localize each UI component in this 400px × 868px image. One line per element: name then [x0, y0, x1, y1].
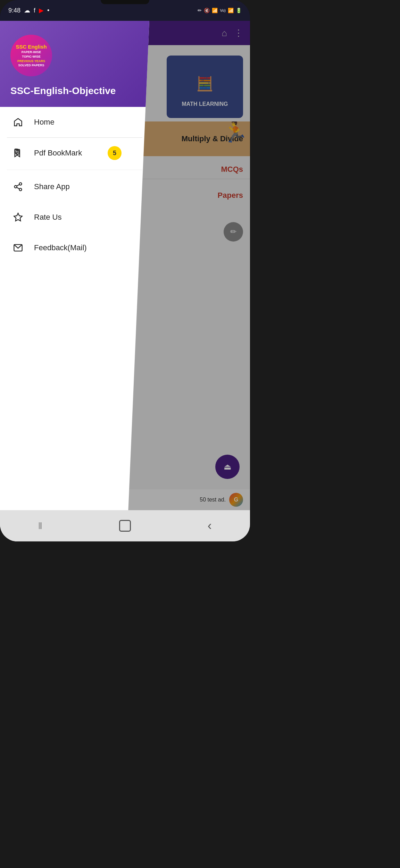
- back-button[interactable]: ‹: [208, 519, 212, 533]
- svg-point-4: [19, 188, 22, 191]
- share-menu-icon: [10, 179, 26, 194]
- menu-item-rate-us[interactable]: Rate Us: [0, 202, 149, 233]
- status-bar-left: 9:48 ☁ f ▶ •: [8, 7, 49, 14]
- bookmark-menu-icon: [10, 145, 26, 161]
- star-menu-icon: [10, 210, 26, 225]
- logo-line1: PAPER-WISE: [22, 50, 41, 54]
- svg-point-3: [15, 186, 17, 188]
- share-app-label: Share App: [34, 182, 70, 191]
- feedback-label: Feedback(Mail): [34, 243, 87, 252]
- recent-apps-button[interactable]: ⦀: [38, 520, 42, 532]
- home-label: Home: [34, 118, 55, 127]
- pdf-bookmark-label: Pdf BookMark: [34, 149, 82, 158]
- time-display: 9:48: [8, 7, 20, 14]
- mail-menu-icon: [10, 240, 26, 255]
- svg-marker-7: [14, 213, 22, 221]
- navigation-drawer: SSC English PAPER-WISE TOPIC-WISE PREVIO…: [0, 21, 149, 541]
- cloud-icon: ☁: [24, 7, 30, 14]
- home-menu-icon: [10, 115, 26, 130]
- logo-line3: PREVIOUS YEARS: [17, 59, 45, 63]
- menu-item-pdf-bookmark[interactable]: Pdf BookMark 5: [0, 138, 149, 168]
- svg-point-2: [19, 183, 22, 185]
- youtube-icon: ▶: [39, 7, 44, 14]
- facebook-icon: f: [34, 7, 35, 14]
- wifi-icon: 📶: [212, 8, 218, 13]
- status-bar-right: ✏ 🔇 📶 Vo) 📶 🔋: [198, 8, 242, 13]
- menu-item-share-app[interactable]: Share App: [0, 171, 149, 202]
- drawer-app-title: SSC-English-Objective: [10, 85, 139, 96]
- logo-main-text: SSC English: [16, 44, 47, 50]
- volte-icon: Vo): [220, 8, 226, 12]
- svg-line-6: [17, 185, 19, 186]
- svg-line-5: [17, 187, 19, 189]
- home-nav-button[interactable]: [119, 520, 131, 532]
- logo-line2: TOPIC-WISE: [22, 55, 40, 59]
- notch: [101, 0, 149, 4]
- recent-apps-icon: ⦀: [38, 520, 42, 532]
- pdf-bookmark-badge: 5: [108, 146, 122, 160]
- signal-icon: 📶: [228, 8, 234, 13]
- app-logo-container: SSC English PAPER-WISE TOPIC-WISE PREVIO…: [10, 35, 139, 76]
- edit-icon: ✏: [198, 8, 202, 13]
- mute-icon: 🔇: [204, 8, 210, 13]
- section-divider-1: [7, 170, 142, 170]
- phone-frame: 9:48 ☁ f ▶ • ✏ 🔇 📶 Vo) 📶 🔋 ⌂ ⋮ 🧮: [0, 0, 250, 541]
- rate-us-label: Rate Us: [34, 213, 61, 222]
- menu-item-home[interactable]: Home: [0, 107, 149, 137]
- back-icon: ‹: [208, 519, 212, 533]
- menu-item-feedback[interactable]: Feedback(Mail): [0, 233, 149, 263]
- home-nav-icon: [119, 520, 131, 532]
- main-content: ⌂ ⋮ 🧮 MATH LEARNING Multiply & Divide 🏃 …: [0, 21, 250, 541]
- dot-indicator: •: [47, 7, 49, 14]
- navigation-bar: ⦀ ‹: [0, 510, 250, 541]
- app-logo: SSC English PAPER-WISE TOPIC-WISE PREVIO…: [10, 35, 52, 76]
- drawer-header: SSC English PAPER-WISE TOPIC-WISE PREVIO…: [0, 21, 149, 107]
- battery-icon: 🔋: [236, 8, 242, 13]
- logo-line4: SOLVED PAPERS: [18, 64, 44, 67]
